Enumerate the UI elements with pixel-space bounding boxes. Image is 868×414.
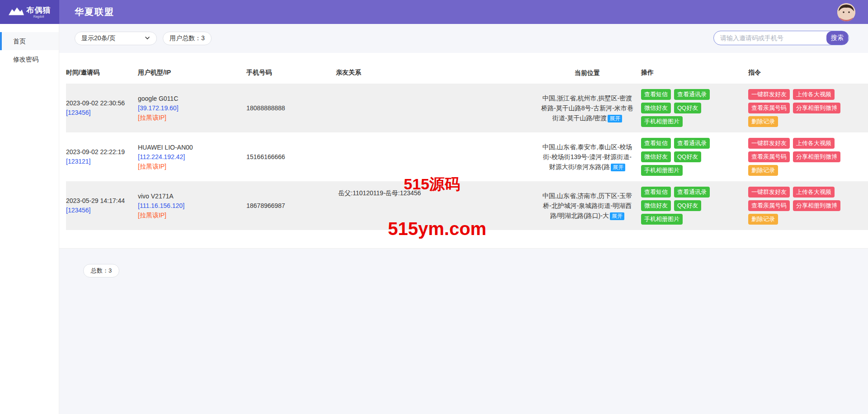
expand-button[interactable]: 展开 [611,164,625,171]
share-album-weibo-button[interactable]: 分享相册到微博 [793,151,840,162]
ip-link[interactable]: [112.224.192.42] [138,152,246,162]
column-header-device: 用户机型/IP [138,69,246,77]
total-count-badge: 总数：3 [83,264,119,278]
users-table: 时间/邀请码 用户机型/IP 手机号码 亲友关系 当前位置 操作 指令 2023… [59,62,868,230]
delete-record-button[interactable]: 删除记录 [748,116,778,127]
phone-album-button[interactable]: 手机相册图片 [641,116,683,127]
sidebar-item-change-password[interactable]: 修改密码 [0,50,59,68]
view-sms-button[interactable]: 查看短信 [641,89,671,100]
wechat-friends-button[interactable]: 微信好友 [641,151,671,162]
table-header-row: 时间/邀请码 用户机型/IP 手机号码 亲友关系 当前位置 操作 指令 [66,62,868,84]
sidebar-item-home[interactable]: 首页 [0,32,59,50]
delete-record-button[interactable]: 删除记录 [748,214,778,225]
column-header-actions: 操作 [641,69,748,77]
qq-friends-button[interactable]: QQ好友 [674,200,701,211]
invite-code-link[interactable]: [123121] [66,157,138,166]
column-header-phone: 手机号码 [246,69,336,77]
relations-text: 岳父:110120119-岳母:123456 [336,181,533,198]
device-model: google G011C [138,94,246,104]
table-row: 2023-09-02 22:22:19 [123121] HUAWEI LIO-… [66,132,868,181]
blacklist-ip-link[interactable]: [拉黑该IP] [138,211,246,220]
invite-code-link[interactable]: [123456] [66,108,138,118]
wechat-friends-button[interactable]: 微信好友 [641,200,671,211]
user-total-badge: 用户总数：3 [163,32,212,45]
page-title: 华夏联盟 [75,6,114,18]
delete-record-button[interactable]: 删除记录 [748,165,778,176]
brand-logo: 布偶猫 Ragdoll [0,0,59,24]
device-model: HUAWEI LIO-AN00 [138,143,246,152]
sidebar-item-label: 首页 [13,38,26,45]
cat-mountain-icon [9,7,24,17]
toolbar: 显示20条/页 用户总数：3 搜索 [59,24,868,53]
view-relatives-button[interactable]: 查看亲属号码 [748,200,790,211]
table-card: 时间/邀请码 用户机型/IP 手机号码 亲友关系 当前位置 操作 指令 2023… [59,53,868,249]
share-album-weibo-button[interactable]: 分享相册到微博 [793,200,840,211]
view-relatives-button[interactable]: 查看亲属号码 [748,103,790,113]
phone-album-button[interactable]: 手机相册图片 [641,214,683,225]
qq-friends-button[interactable]: QQ好友 [674,151,701,162]
column-header-commands: 指令 [748,69,854,77]
invite-code-link[interactable]: [123456] [66,206,138,215]
wechat-friends-button[interactable]: 微信好友 [641,103,671,113]
blacklist-ip-link[interactable]: [拉黑该IP] [138,162,246,171]
main-content: 显示20条/页 用户总数：3 搜索 时间/邀请码 用户机型/IP 手机号码 亲友… [59,24,868,414]
search-input[interactable] [714,34,826,42]
search-box: 搜索 [713,31,849,45]
upload-videos-button[interactable]: 上传各大视频 [793,89,835,100]
expand-button[interactable]: 展开 [608,115,622,122]
search-button[interactable]: 搜索 [826,31,848,45]
view-relatives-button[interactable]: 查看亲属号码 [748,151,790,162]
top-header: 布偶猫 Ragdoll 华夏联盟 [0,0,868,24]
table-row: 2023-09-02 22:30:56 [123456] google G011… [66,84,868,132]
brand-name: 布偶猫 [27,6,51,14]
column-header-location: 当前位置 [533,68,641,78]
mass-message-button[interactable]: 一键群发好友 [748,89,790,100]
mass-message-button[interactable]: 一键群发好友 [748,138,790,149]
ip-link[interactable]: [111.16.156.120] [138,201,246,211]
brand-subtitle: Ragdoll [33,15,44,18]
phone-number: 18088888888 [246,104,336,113]
ip-link[interactable]: [39.172.19.60] [138,104,246,113]
chevron-down-icon [145,35,150,42]
upload-videos-button[interactable]: 上传各大视频 [793,138,835,149]
view-sms-button[interactable]: 查看短信 [641,138,671,149]
record-time: 2023-09-02 22:22:19 [66,147,138,157]
phone-album-button[interactable]: 手机相册图片 [641,165,683,176]
blacklist-ip-link[interactable]: [拉黑该IP] [138,113,246,122]
phone-number: 18678966987 [246,201,336,211]
view-contacts-button[interactable]: 查看通讯录 [674,187,710,198]
device-model: vivo V2171A [138,192,246,201]
relations-text [336,84,533,91]
qq-friends-button[interactable]: QQ好友 [674,103,701,113]
page-size-select[interactable]: 显示20条/页 [75,32,157,45]
expand-button[interactable]: 展开 [610,212,624,220]
table-row: 2023-05-29 14:17:44 [123456] vivo V2171A… [66,181,868,230]
column-header-relations: 亲友关系 [336,69,533,77]
column-header-time: 时间/邀请码 [66,69,138,77]
relations-text [336,132,533,140]
sidebar: 首页 修改密码 [0,24,59,414]
record-time: 2023-09-02 22:30:56 [66,99,138,108]
sidebar-item-label: 修改密码 [13,56,38,63]
upload-videos-button[interactable]: 上传各大视频 [793,187,835,198]
user-avatar[interactable] [837,3,855,21]
phone-number: 15166166666 [246,152,336,162]
view-sms-button[interactable]: 查看短信 [641,187,671,198]
view-contacts-button[interactable]: 查看通讯录 [674,89,710,100]
page-size-value: 显示20条/页 [81,34,115,42]
record-time: 2023-05-29 14:17:44 [66,196,138,206]
view-contacts-button[interactable]: 查看通讯录 [674,138,710,149]
mass-message-button[interactable]: 一键群发好友 [748,187,790,198]
share-album-weibo-button[interactable]: 分享相册到微博 [793,103,840,113]
